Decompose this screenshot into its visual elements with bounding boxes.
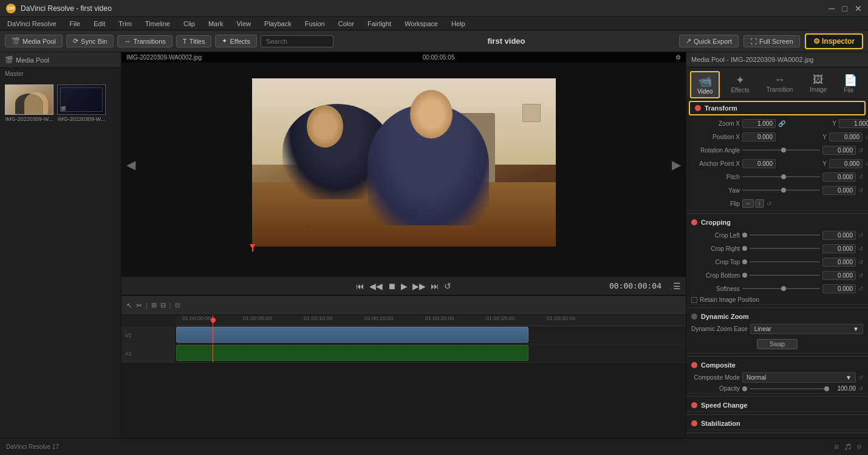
dynamic-zoom-header[interactable]: Dynamic Zoom: [686, 310, 868, 323]
tab-video[interactable]: 📹 Video: [690, 71, 720, 98]
menu-mark[interactable]: Mark: [206, 19, 225, 29]
menu-color[interactable]: Color: [336, 19, 357, 29]
effects-button[interactable]: ✦ Effects: [215, 35, 256, 47]
menu-playback[interactable]: Playback: [262, 19, 294, 29]
close-button[interactable]: ✕: [855, 4, 862, 13]
crop-bottom-reset[interactable]: ↺: [858, 272, 863, 279]
timeline-fit[interactable]: ⊡: [175, 302, 180, 309]
speed-change-header[interactable]: Speed Change: [686, 399, 868, 411]
step-forward-button[interactable]: ▶▶: [412, 281, 426, 291]
anchor-x-input[interactable]: [742, 159, 776, 168]
flip-h-button[interactable]: ↔: [742, 199, 754, 208]
yaw-reset-icon[interactable]: ↺: [858, 187, 863, 194]
anchor-y-input[interactable]: [829, 159, 863, 168]
next-marker-button[interactable]: ⏭: [431, 281, 439, 291]
crop-top-reset[interactable]: ↺: [858, 259, 863, 265]
transitions-button[interactable]: ↔ Transitions: [117, 35, 172, 47]
video-clip-1[interactable]: [176, 327, 528, 343]
crop-top-input[interactable]: [822, 258, 856, 267]
pitch-slider[interactable]: [742, 176, 820, 177]
pitch-reset-icon[interactable]: ↺: [858, 174, 863, 180]
audio-clip-1[interactable]: [176, 345, 528, 361]
crop-left-input[interactable]: [822, 231, 856, 240]
media-item-1[interactable]: IMG-20220309-W...: [5, 84, 53, 122]
step-back-button[interactable]: ◀◀: [369, 281, 383, 291]
rotation-reset-icon[interactable]: ↺: [858, 147, 863, 154]
tab-transition[interactable]: ↔ Transition: [760, 71, 799, 98]
play-button[interactable]: ▶: [401, 281, 408, 291]
video-tab-icon: 📹: [697, 75, 713, 88]
rotation-slider[interactable]: [742, 149, 820, 151]
menu-timeline[interactable]: Timeline: [143, 19, 173, 29]
inspector-button[interactable]: ⚙ Inspector: [805, 33, 863, 49]
zoom-y-input[interactable]: [839, 119, 868, 128]
sync-bin-button[interactable]: ⟳ Sync Bin: [66, 35, 114, 47]
softness-reset[interactable]: ↺: [858, 286, 863, 292]
flip-reset-icon[interactable]: ↺: [767, 200, 771, 207]
opacity-reset[interactable]: ↺: [858, 385, 863, 392]
minimize-button[interactable]: ─: [829, 4, 835, 13]
swap-button[interactable]: Swap: [757, 339, 798, 349]
menu-clip[interactable]: Clip: [181, 19, 197, 29]
next-frame-button[interactable]: ▶: [672, 157, 681, 172]
composite-mode-dropdown[interactable]: Normal ▼: [742, 372, 856, 383]
pitch-input[interactable]: [822, 173, 856, 182]
dynamic-zoom-ease-dropdown[interactable]: Linear ▼: [750, 324, 863, 334]
tab-effects[interactable]: ✦ Effects: [725, 71, 755, 98]
menu-davinci-resolve[interactable]: DaVinci Resolve: [5, 19, 59, 29]
maximize-button[interactable]: □: [842, 4, 847, 13]
crop-left-slider[interactable]: [750, 234, 820, 236]
menu-trim[interactable]: Trim: [116, 19, 134, 29]
menu-fairlight[interactable]: Fairlight: [365, 19, 394, 29]
crop-right-input[interactable]: [822, 244, 856, 253]
menu-fusion[interactable]: Fusion: [302, 19, 327, 29]
media-pool-button[interactable]: 🎬 Media Pool: [5, 35, 63, 47]
quick-export-button[interactable]: ↗ Quick Export: [679, 35, 739, 47]
crop-right-slider[interactable]: [750, 248, 820, 249]
menu-file[interactable]: File: [67, 19, 83, 29]
position-y-input[interactable]: [829, 132, 863, 142]
prev-frame-button[interactable]: ◀: [126, 157, 135, 172]
select-tool[interactable]: ↖: [126, 301, 132, 310]
settings-button[interactable]: ☰: [673, 281, 681, 291]
timeline-zoom-out[interactable]: ⊟: [160, 301, 166, 309]
tab-image[interactable]: 🖼 Image: [804, 71, 833, 98]
rotation-input[interactable]: [822, 146, 856, 155]
stop-button[interactable]: ⏹: [388, 281, 396, 291]
yaw-input[interactable]: [822, 186, 856, 195]
position-x-input[interactable]: [742, 132, 776, 142]
zoom-x-input[interactable]: [742, 119, 776, 128]
search-input[interactable]: [261, 35, 333, 47]
tab-file[interactable]: 📄 File: [838, 71, 863, 98]
titles-button[interactable]: T Titles: [176, 35, 212, 47]
opacity-slider[interactable]: [750, 388, 829, 389]
media-item-2[interactable]: 🎬 IMG-20220309-W...: [57, 84, 106, 122]
transform-header[interactable]: Transform: [690, 102, 864, 114]
flip-v-button[interactable]: ↕: [755, 199, 764, 208]
cropping-header[interactable]: Cropping: [686, 216, 868, 228]
anchor-reset-icon[interactable]: ↺: [865, 160, 868, 167]
position-reset-icon[interactable]: ↺: [865, 134, 868, 140]
menu-help[interactable]: Help: [449, 19, 468, 29]
blade-tool[interactable]: ✂: [136, 301, 142, 310]
crop-bottom-input[interactable]: [822, 271, 856, 280]
menu-view[interactable]: View: [234, 19, 253, 29]
crop-top-slider[interactable]: [750, 261, 820, 262]
composite-header[interactable]: Composite: [686, 359, 868, 371]
menu-workspace[interactable]: Workspace: [402, 19, 440, 29]
retain-checkbox[interactable]: [691, 297, 697, 303]
loop-button[interactable]: ↺: [444, 281, 451, 291]
timeline-zoom-in[interactable]: ⊞: [151, 301, 157, 309]
composite-reset[interactable]: ↺: [858, 374, 863, 381]
softness-slider[interactable]: [742, 288, 820, 289]
softness-input[interactable]: [822, 284, 856, 293]
crop-left-reset[interactable]: ↺: [858, 232, 863, 239]
stabilization-header[interactable]: Stabilization: [686, 417, 868, 429]
yaw-slider[interactable]: [742, 190, 820, 191]
crop-right-reset[interactable]: ↺: [858, 245, 863, 252]
crop-bottom-slider[interactable]: [750, 275, 820, 276]
full-screen-button[interactable]: ⛶ Full Screen: [743, 35, 800, 47]
menu-edit[interactable]: Edit: [91, 19, 108, 29]
prev-marker-button[interactable]: ⏮: [356, 281, 364, 291]
opacity-label: Opacity: [691, 385, 740, 392]
